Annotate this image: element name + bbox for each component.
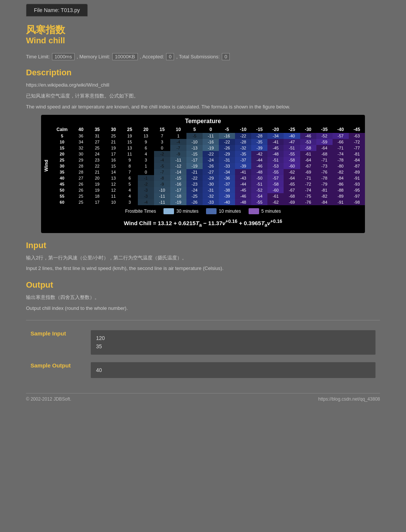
chart-cell: -22 bbox=[203, 151, 219, 157]
chart-cell: -32 bbox=[203, 193, 219, 199]
chart-cell: -29 bbox=[203, 175, 219, 181]
chart-cell: -3 bbox=[138, 193, 154, 199]
chart-cell: -22 bbox=[186, 175, 203, 181]
formula-line: Wind Chill = 13.12 + 0.6215Ta − 11.37v+0… bbox=[41, 216, 365, 229]
chart-cell: -34 bbox=[219, 169, 235, 175]
chart-col-header: 10 bbox=[170, 126, 186, 133]
chart-cell: -55 bbox=[267, 169, 284, 175]
sample-output-label: Sample Output bbox=[26, 358, 86, 382]
chart-cell: -23 bbox=[186, 181, 203, 187]
chart-cell: -87 bbox=[349, 163, 365, 169]
chart-data-row: 3528211470-7-14-21-27-34-41-48-55-62-69-… bbox=[51, 169, 365, 175]
chart-cell: -45 bbox=[235, 187, 251, 193]
output-title: Output bbox=[26, 280, 380, 290]
chart-cell: -43 bbox=[235, 175, 251, 181]
chart-col-header: -20 bbox=[267, 126, 284, 133]
chart-cell: -55 bbox=[251, 199, 267, 205]
wind-chill-chart: Temperature Wind Calm4035302520151050-5-… bbox=[41, 115, 365, 233]
chart-cell: -48 bbox=[235, 199, 251, 205]
chart-cell: -35 bbox=[235, 151, 251, 157]
chart-cell: -69 bbox=[300, 169, 316, 175]
file-name-bar: File Name: T013.py bbox=[26, 4, 88, 17]
sample-input-label: Sample Input bbox=[26, 326, 86, 358]
chart-cell: 31 bbox=[89, 133, 105, 139]
chart-cell: -67 bbox=[284, 187, 300, 193]
chart-cell: -74 bbox=[333, 151, 349, 157]
chart-cell: -33 bbox=[219, 163, 235, 169]
chart-col-header: 25 bbox=[122, 126, 138, 133]
chart-cell: -10 bbox=[154, 187, 170, 193]
chart-cell: 25 bbox=[89, 145, 105, 151]
chart-cell: -19 bbox=[203, 145, 219, 151]
chart-cell: -84 bbox=[333, 175, 349, 181]
chart-cell: 9 bbox=[138, 139, 154, 145]
chart-cell: -51 bbox=[267, 157, 284, 163]
chart-data-row: 153225191360-7-13-19-26-32-39-45-51-58-6… bbox=[51, 145, 365, 151]
chart-col-header: -30 bbox=[300, 126, 316, 133]
chart-cell: -39 bbox=[235, 163, 251, 169]
memory-limit-value: 10000KB bbox=[112, 53, 138, 60]
chart-cell: -97 bbox=[349, 193, 365, 199]
chart-wind-label: Wind bbox=[41, 160, 51, 172]
chart-cell: -89 bbox=[349, 169, 365, 175]
chart-cell: -58 bbox=[284, 157, 300, 163]
chart-cell: 19 bbox=[105, 145, 122, 151]
chart-cell: 26 bbox=[73, 187, 89, 193]
chart-data-row: 502619124-3-10-17-24-31-38-45-52-60-67-7… bbox=[51, 187, 365, 193]
wiki-link[interactable]: https://en.wikipedia.org/wiki/Wind_chill bbox=[26, 82, 109, 88]
chart-table: Calm4035302520151050-5-10-15-20-25-30-35… bbox=[51, 126, 365, 205]
chart-cell: 23 bbox=[89, 157, 105, 163]
sample-input-row: Sample Input 12035 bbox=[26, 326, 380, 358]
time-limit-value: 1000ms bbox=[52, 53, 75, 60]
chart-cell: -5 bbox=[154, 163, 170, 169]
legend-10min-box bbox=[206, 208, 217, 214]
problem-title-en: Wind chill bbox=[26, 36, 380, 46]
divider-1 bbox=[26, 320, 380, 320]
chart-cell: -60 bbox=[267, 187, 284, 193]
chart-cell: -57 bbox=[333, 133, 349, 139]
chart-cell: 34 bbox=[73, 139, 89, 145]
chart-cell: -37 bbox=[235, 157, 251, 163]
chart-cell: 1 bbox=[138, 163, 154, 169]
chart-cell: 28 bbox=[73, 163, 89, 169]
chart-cell: 25 bbox=[105, 133, 122, 139]
chart-cell: -57 bbox=[267, 175, 284, 181]
time-limit-label: Time Limit: bbox=[26, 54, 50, 59]
chart-row-label: 55 bbox=[51, 193, 73, 199]
chart-cell: -89 bbox=[333, 193, 349, 199]
accepted-label: Accepted: bbox=[142, 54, 164, 59]
chart-cell: -16 bbox=[203, 139, 219, 145]
chart-cell: -26 bbox=[186, 199, 203, 205]
chart-cell: -75 bbox=[300, 193, 316, 199]
chart-cell: -38 bbox=[219, 187, 235, 193]
chart-col-header: 35 bbox=[89, 126, 105, 133]
chart-cell: -2 bbox=[154, 151, 170, 157]
chart-cell: -71 bbox=[333, 145, 349, 151]
chart-cell: -8 bbox=[154, 175, 170, 181]
chart-cell: -4 bbox=[138, 199, 154, 205]
chart-col-header: 15 bbox=[154, 126, 170, 133]
chart-cell: 25 bbox=[73, 193, 89, 199]
chart-cell: -64 bbox=[284, 175, 300, 181]
chart-cell: 6 bbox=[138, 145, 154, 151]
chart-cell: -53 bbox=[267, 163, 284, 169]
chart-cell: -17 bbox=[170, 187, 186, 193]
chart-cell: -21 bbox=[186, 169, 203, 175]
chart-cell: -3 bbox=[138, 187, 154, 193]
chart-cell: -33 bbox=[203, 199, 219, 205]
chart-cell: -76 bbox=[316, 169, 333, 175]
chart-cell: 21 bbox=[89, 169, 105, 175]
chart-cell: -16 bbox=[170, 181, 186, 187]
chart-cell: 32 bbox=[73, 145, 89, 151]
chart-cell: -34 bbox=[267, 133, 284, 139]
chart-cell: -52 bbox=[251, 187, 267, 193]
legend-30min-label: 30 minutes bbox=[176, 209, 198, 214]
file-name-value: T013.py bbox=[61, 7, 80, 13]
chart-cell: -54 bbox=[251, 193, 267, 199]
chart-cell: -79 bbox=[316, 181, 333, 187]
problem-title-zh: 风寒指数 bbox=[26, 24, 380, 36]
chart-col-header: -25 bbox=[284, 126, 300, 133]
chart-data-row: 602517103-4-11-19-26-33-40-48-55-62-69-7… bbox=[51, 199, 365, 205]
chart-cell: -4 bbox=[170, 139, 186, 145]
chart-cell: -37 bbox=[219, 181, 235, 187]
